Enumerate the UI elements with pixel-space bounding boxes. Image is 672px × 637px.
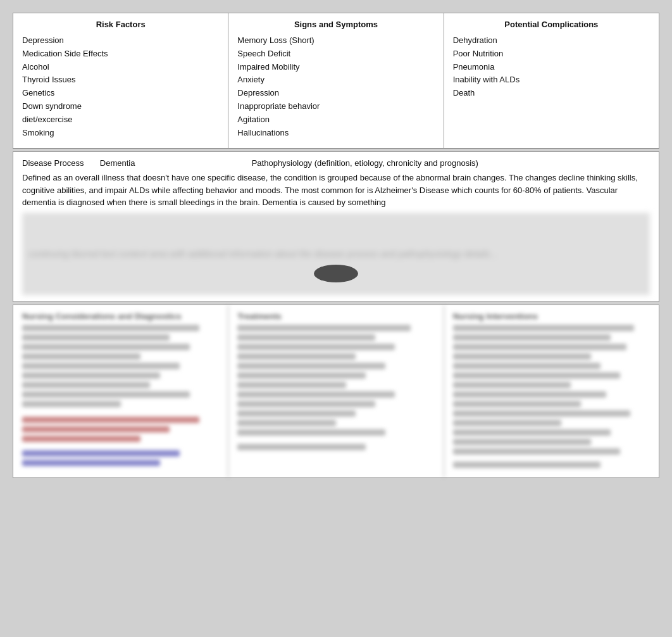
nursing-interventions-panel: Nursing Interventions [444,305,659,477]
complications-panel: Potential Complications Dehydration Poor… [444,13,659,148]
blurred-line [22,372,160,379]
risk-factors-item-2: Medication Side Effects [22,47,219,61]
blurred-line [453,448,621,455]
blurred-line [453,334,611,341]
signs-item-3: Impaired Mobility [237,61,434,74]
risk-factors-item-4: Thyroid Issues [22,73,219,87]
middle-section: Disease Process Dementia Pathophysiology… [13,151,659,302]
signs-item-5: Depression [237,87,434,100]
treatments-title: Treatments [237,312,434,321]
blurred-line-blue [22,460,160,466]
blurred-line [453,353,591,360]
middle-header: Disease Process Dementia Pathophysiology… [22,158,650,168]
blurred-line [237,420,336,426]
nursing-considerations-panel: Nursing Considerations and Diagnostics [13,305,228,477]
blurred-line [453,325,634,331]
complications-item-2: Poor Nutrition [453,47,650,61]
signs-item-6: Inappropriate behavior [237,100,434,113]
blurred-line [453,420,561,426]
blurred-line [453,462,600,468]
blurred-line [22,401,121,407]
signs-item-8: Hallucinations [237,127,434,140]
disease-name: Dementia [100,158,135,168]
complications-item-4: Inability with ALDs [453,73,650,87]
nursing-interventions-title: Nursing Interventions [453,312,650,321]
blurred-line [237,372,365,379]
blurred-line-red [22,417,199,423]
signs-item-1: Memory Loss (Short) [237,34,434,47]
blurred-line [453,344,626,350]
blurred-line [237,401,375,407]
blurred-line [237,391,395,398]
blurred-line [237,344,395,350]
blurred-line [237,382,345,388]
signs-symptoms-title: Signs and Symptoms [237,20,434,29]
risk-factors-item-5: Genetics [22,87,219,100]
blurred-line-blue [22,450,180,457]
blurred-line [453,382,571,388]
signs-item-4: Anxiety [237,73,434,87]
blurred-line [237,353,356,360]
blurred-line [237,410,356,417]
blurred-line [453,439,591,445]
signs-symptoms-panel: Signs and Symptoms Memory Loss (Short) S… [228,13,444,148]
blurred-line [22,391,190,398]
blurred-line-red [22,436,140,442]
complications-title: Potential Complications [453,20,650,29]
risk-factors-title: Risk Factors [22,20,219,29]
risk-factors-item-1: Depression [22,34,219,47]
complications-item-3: Pneumonia [453,61,650,74]
blurred-content-area: continuing blurred text content area wit… [22,213,650,295]
blurred-line [237,444,365,450]
disease-process-label: Disease Process [22,158,84,168]
blurred-line [453,363,600,369]
nursing-considerations-title: Nursing Considerations and Diagnostics [22,312,219,321]
bottom-section: Nursing Considerations and Diagnostics T… [13,305,659,478]
top-section: Risk Factors Depression Medication Side … [13,13,659,149]
blurred-line [237,325,411,331]
blurred-line [237,363,385,369]
risk-factors-panel: Risk Factors Depression Medication Side … [13,13,228,148]
blurred-line [453,372,621,379]
risk-factors-item-7: diet/excercise [22,113,219,127]
pathophysiology-label: Pathophysiology (definition, etiology, c… [252,158,478,168]
page-wrapper: Risk Factors Depression Medication Side … [0,0,672,637]
signs-item-2: Speech Deficit [237,47,434,61]
risk-factors-item-8: Smoking [22,127,219,140]
treatments-panel: Treatments [228,305,444,477]
blurred-line [453,401,581,407]
blurred-line [22,334,170,341]
blurred-line [453,410,630,417]
complications-item-5: Death [453,87,650,100]
blurred-line-red [22,426,170,432]
blurred-line [22,344,190,350]
complications-item-1: Dehydration [453,34,650,47]
signs-item-7: Agitation [237,113,434,127]
blurred-line [22,363,180,369]
risk-factors-item-3: Alcohol [22,61,219,74]
blurred-line [22,353,140,360]
risk-factors-item-6: Down syndrome [22,100,219,113]
middle-body-text: Defined as an overall illness that doesn… [22,172,650,209]
redaction-oval [314,265,358,282]
blurred-line [453,429,611,436]
blurred-line [22,325,199,331]
blurred-line [237,334,375,341]
blurred-line [22,382,150,388]
blurred-line [453,391,607,398]
blurred-line [237,429,385,436]
